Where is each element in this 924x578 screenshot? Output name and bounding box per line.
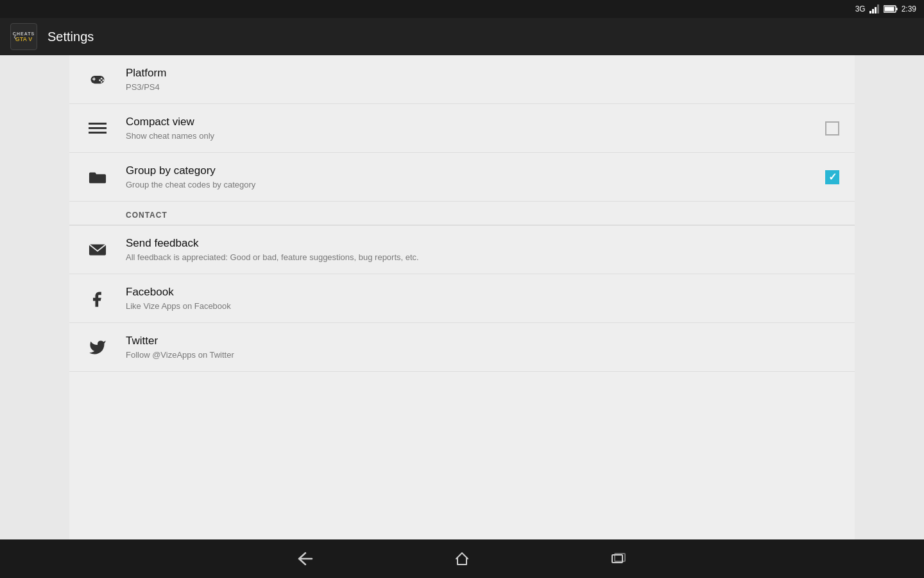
svg-rect-14 [89,123,107,125]
app-bar: ‹ CHEATS GTA V Settings [0,18,924,55]
platform-text: Platform PS3/PS4 [126,67,839,92]
svg-rect-0 [869,11,871,13]
platform-title: Platform [126,67,839,80]
compact-view-checkbox[interactable] [825,121,839,136]
recent-nav-button[interactable] [604,545,633,573]
platform-subtitle: PS3/PS4 [126,82,839,92]
settings-item-compact-view[interactable]: Compact view Show cheat names only [69,104,855,153]
send-feedback-text: Send feedback All feedback is appreciate… [126,237,839,262]
status-bar: 3G 2:39 [0,0,924,18]
settings-item-platform[interactable]: Platform PS3/PS4 [69,55,855,104]
compact-view-subtitle: Show cheat names only [126,131,815,141]
twitter-icon [85,338,110,356]
compact-view-text: Compact view Show cheat names only [126,116,815,141]
svg-rect-2 [875,7,877,13]
page-title: Settings [47,30,94,44]
signal-indicator: 3G [855,4,866,13]
send-feedback-title: Send feedback [126,237,839,250]
twitter-text: Twitter Follow @VizeApps on Twitter [126,335,839,360]
group-by-category-control[interactable] [825,170,839,184]
twitter-title: Twitter [126,335,839,347]
svg-point-12 [102,79,104,81]
svg-rect-9 [94,77,94,80]
list-icon [85,119,110,137]
settings-item-group-by-category[interactable]: Group by category Group the cheat codes … [69,153,855,202]
group-by-category-text: Group by category Group the cheat codes … [126,164,815,189]
svg-rect-5 [896,8,897,10]
group-by-category-subtitle: Group the cheat codes by category [126,180,815,189]
facebook-title: Facebook [126,286,839,299]
twitter-subtitle: Follow @VizeApps on Twitter [126,350,839,360]
app-icon-gtav-text: GTA V [15,36,33,42]
facebook-text: Facebook Like Vize Apps on Facebook [126,286,839,311]
svg-rect-3 [877,4,879,13]
settings-content: Platform PS3/PS4 Compact view Show cheat… [69,55,855,539]
controller-icon [85,71,110,89]
compact-view-control[interactable] [825,121,839,136]
svg-point-13 [101,81,103,83]
svg-rect-16 [89,132,107,134]
svg-point-11 [99,79,101,81]
facebook-icon [85,290,110,308]
settings-list: Platform PS3/PS4 Compact view Show cheat… [69,55,855,372]
compact-view-title: Compact view [126,116,815,128]
settings-item-send-feedback[interactable]: Send feedback All feedback is appreciate… [69,225,855,274]
group-by-category-checkbox[interactable] [825,170,839,184]
back-nav-button[interactable] [291,545,320,573]
svg-rect-15 [89,127,107,129]
contact-section-header: CONTACT [69,202,855,225]
settings-item-twitter[interactable]: Twitter Follow @VizeApps on Twitter [69,323,855,372]
app-logo: ‹ CHEATS GTA V [10,23,37,50]
clock: 2:39 [902,4,916,13]
group-by-category-title: Group by category [126,164,815,177]
settings-item-facebook[interactable]: Facebook Like Vize Apps on Facebook [69,274,855,323]
home-nav-button[interactable] [448,545,476,573]
svg-rect-1 [872,9,874,13]
battery-icon [884,5,898,13]
back-arrow-icon[interactable]: ‹ [13,31,17,42]
email-icon [85,241,110,259]
svg-rect-6 [884,7,894,12]
folder-icon [85,168,110,186]
nav-bar [0,539,924,578]
svg-point-10 [101,77,103,79]
send-feedback-subtitle: All feedback is appreciated: Good or bad… [126,252,839,262]
signal-bars-icon [869,4,880,13]
facebook-subtitle: Like Vize Apps on Facebook [126,301,839,311]
